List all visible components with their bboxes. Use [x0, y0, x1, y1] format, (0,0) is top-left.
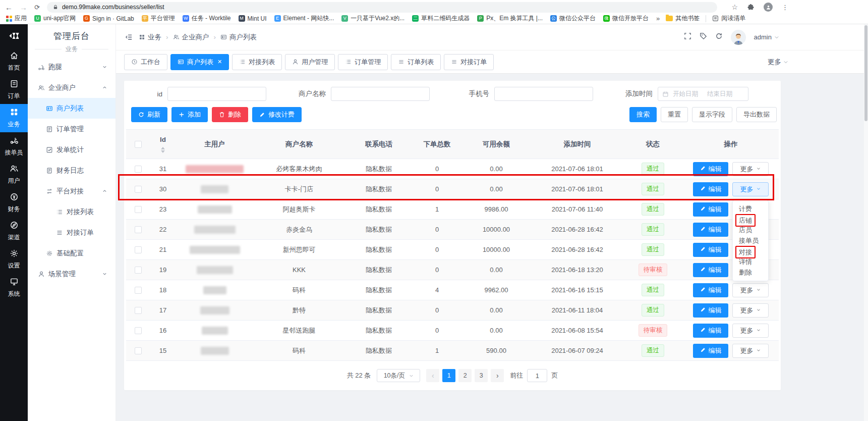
- tab-订单列表[interactable]: 订单列表: [391, 54, 441, 70]
- more-button[interactable]: 更多: [732, 182, 769, 196]
- edit-fee-button[interactable]: 修改计费: [252, 107, 302, 122]
- dropdown-item-删除[interactable]: 删除: [733, 267, 768, 278]
- sidebar-item-duijie-list[interactable]: 对接列表: [28, 201, 115, 222]
- bookmark-item[interactable]: PPx、Em 换算工具 |...: [477, 14, 543, 23]
- back-icon[interactable]: ←: [5, 4, 13, 11]
- select-all-checkbox[interactable]: [135, 141, 142, 148]
- edit-button[interactable]: 编辑: [693, 303, 728, 318]
- bookmarks-overflow-icon[interactable]: »: [656, 15, 660, 22]
- reading-list[interactable]: 阅读清单: [712, 14, 745, 23]
- refresh-icon[interactable]: [715, 32, 723, 42]
- add-button[interactable]: 添加: [171, 107, 208, 122]
- collapse-sidebar-icon[interactable]: [125, 33, 133, 41]
- sidebar-item-duijie-dingdan[interactable]: 对接订单: [28, 222, 115, 243]
- bookmark-item[interactable]: 平平台管理: [142, 14, 175, 23]
- rail-item-channel[interactable]: 渠道: [0, 217, 28, 245]
- page-button-2[interactable]: 2: [458, 369, 472, 382]
- tabs-more-button[interactable]: 更多: [768, 58, 788, 67]
- rail-item-finance[interactable]: 财务: [0, 189, 28, 217]
- edit-button[interactable]: 编辑: [693, 243, 728, 257]
- extensions-icon[interactable]: [747, 4, 755, 11]
- more-button[interactable]: 更多: [732, 324, 769, 338]
- row-checkbox[interactable]: [135, 166, 142, 173]
- sidebar-item-caiwu-rizhi[interactable]: 财务日志: [28, 160, 115, 181]
- page-button-1[interactable]: 1: [442, 369, 455, 382]
- tab-对接列表[interactable]: 对接列表: [232, 54, 282, 70]
- theme-icon[interactable]: [700, 32, 707, 42]
- sidebar-item-paotui[interactable]: 跑腿: [28, 57, 115, 77]
- page-button-3[interactable]: 3: [475, 369, 488, 382]
- more-button[interactable]: 更多: [732, 344, 769, 358]
- id-filter-input[interactable]: [167, 87, 266, 101]
- phone-filter-input[interactable]: [494, 87, 593, 101]
- bookmark-item[interactable]: W任务 - Worktile: [183, 14, 231, 23]
- tab-对接订单[interactable]: 对接订单: [444, 54, 494, 70]
- column-header[interactable]: Id: [150, 130, 176, 159]
- dropdown-item-接单员[interactable]: 接单员: [733, 235, 768, 246]
- app-logo[interactable]: [0, 24, 28, 47]
- tab-用户管理[interactable]: 用户管理: [285, 54, 335, 70]
- goto-page-input[interactable]: [527, 369, 547, 382]
- more-button[interactable]: 更多: [732, 283, 769, 297]
- dropdown-item-计费[interactable]: 计费: [733, 203, 768, 214]
- row-checkbox[interactable]: [135, 327, 142, 334]
- edit-button[interactable]: 编辑: [693, 162, 728, 176]
- bookmark-item[interactable]: GSign in · GitLab: [83, 15, 134, 22]
- date-range-input[interactable]: 开始日期 结束日期: [658, 87, 748, 101]
- forward-icon[interactable]: →: [20, 4, 27, 11]
- fullscreen-icon[interactable]: [684, 32, 691, 42]
- row-checkbox[interactable]: [135, 347, 142, 354]
- edit-button[interactable]: 编辑: [693, 344, 728, 358]
- other-bookmarks[interactable]: 其他书签: [666, 14, 700, 23]
- page-scrollbar[interactable]: [864, 24, 868, 421]
- bookmark-item[interactable]: 微微信开放平台: [603, 14, 649, 23]
- sidebar-item-fadan-tongji[interactable]: 发单统计: [28, 139, 115, 160]
- breadcrumb-item[interactable]: 业务: [139, 33, 161, 42]
- edit-button[interactable]: 编辑: [693, 324, 728, 338]
- rail-item-users[interactable]: 用户: [0, 161, 28, 189]
- scrollbar-thumb[interactable]: [864, 25, 867, 121]
- close-icon[interactable]: ✕: [217, 59, 222, 65]
- tab-工作台[interactable]: 工作台: [124, 54, 167, 70]
- edit-button[interactable]: 编辑: [693, 182, 728, 196]
- url-field[interactable]: demo.99make.com/business/seller/list: [47, 2, 718, 13]
- row-checkbox[interactable]: [135, 226, 142, 233]
- edit-button[interactable]: 编辑: [693, 283, 728, 297]
- row-checkbox[interactable]: [135, 186, 142, 193]
- dropdown-item-店铺[interactable]: 店铺: [733, 214, 768, 225]
- rail-item-home[interactable]: 首页: [0, 47, 28, 76]
- user-menu[interactable]: admin: [754, 33, 779, 41]
- sidebar-item-jichu-peizhi[interactable]: 基础配置: [28, 243, 115, 264]
- edit-button[interactable]: 编辑: [693, 263, 728, 277]
- dropdown-item-对接[interactable]: 对接: [733, 246, 768, 256]
- merchant-filter-input[interactable]: [331, 87, 430, 101]
- breadcrumb-item[interactable]: 商户列表: [220, 33, 257, 42]
- sidebar-item-changjing-guanli[interactable]: 场景管理: [28, 264, 115, 284]
- sort-carets[interactable]: [161, 147, 165, 153]
- rail-item-business[interactable]: 业务: [0, 104, 28, 132]
- export-button[interactable]: 导出数据: [736, 107, 777, 122]
- reset-button[interactable]: 重置: [661, 107, 688, 122]
- more-button[interactable]: 更多: [732, 162, 769, 176]
- edit-button[interactable]: 编辑: [693, 202, 728, 217]
- sidebar-item-pingtai-duijie[interactable]: 平台对接: [28, 181, 115, 201]
- bookmark-item[interactable]: V一只基于Vue2.x的...: [341, 14, 404, 23]
- tab-商户列表[interactable]: 商户列表✕: [170, 54, 229, 70]
- bookmark-item[interactable]: 二草料二维码生成器: [412, 14, 470, 23]
- bookmark-item[interactable]: MMint UI: [239, 15, 267, 22]
- row-checkbox[interactable]: [135, 307, 142, 314]
- browser-profile-icon[interactable]: [764, 3, 773, 12]
- row-checkbox[interactable]: [135, 287, 142, 294]
- edit-button[interactable]: 编辑: [693, 223, 728, 237]
- search-button[interactable]: 搜索: [629, 107, 657, 122]
- browser-menu-icon[interactable]: ⋮: [782, 4, 788, 11]
- row-checkbox[interactable]: [135, 246, 142, 253]
- rail-item-system[interactable]: 系统: [0, 274, 28, 302]
- sidebar-item-dingdan-guanli[interactable]: 订单管理: [28, 119, 115, 139]
- sidebar-item-qiye-shanghu[interactable]: 企业商户: [28, 77, 115, 98]
- row-checkbox[interactable]: [135, 206, 142, 213]
- rail-item-rider[interactable]: 接单员: [0, 132, 28, 161]
- prev-page-button[interactable]: ‹: [426, 369, 439, 382]
- sidebar-item-shanghu-list[interactable]: 商户列表: [28, 98, 115, 119]
- bookmark-star-icon[interactable]: ☆: [731, 3, 738, 11]
